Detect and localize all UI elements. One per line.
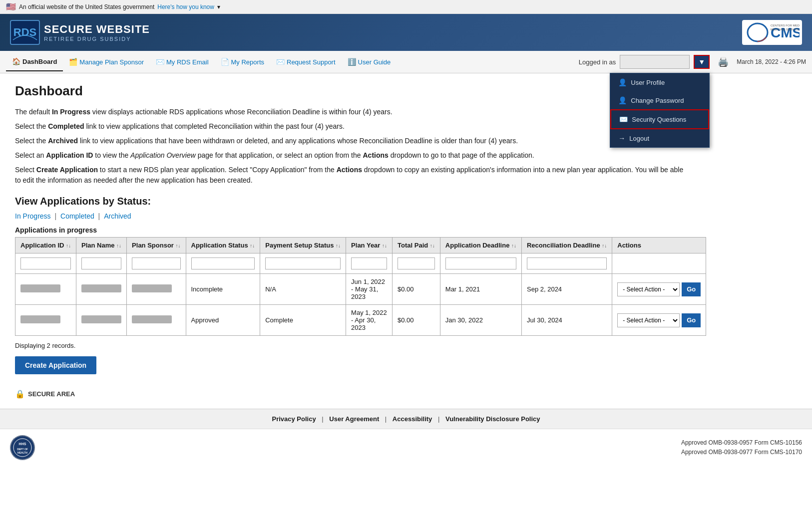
section-title-view-by-status: View Applications by Status: [15,196,684,207]
col-header-payment-status[interactable]: Payment Setup Status ↑↓ [260,238,346,253]
footer-accessibility[interactable]: Accessibility [393,415,432,423]
filter-recon-deadline[interactable] [521,253,612,274]
user-profile-icon: 👤 [618,78,627,86]
manage-icon: 🗂️ [69,58,77,66]
logged-in-input[interactable] [620,55,690,69]
footer-vulnerability-disclosure[interactable]: Vulnerability Disclosure Policy [445,415,540,423]
nav-links: 🏠 DashBoard 🗂️ Manage Plan Sponsor ✉️ My… [6,52,397,71]
footer-privacy-policy[interactable]: Privacy Policy [272,415,316,423]
redacted-plan-sponsor-2 [132,315,172,323]
nav-item-manage-plan-sponsor[interactable]: 🗂️ Manage Plan Sponsor [63,53,150,71]
dropdown-item-security-questions[interactable]: ✉️ Security Questions [610,109,709,129]
logged-in-label: Logged in as [579,58,616,66]
filter-app-status[interactable] [186,253,260,274]
cell-plan-name-2 [76,305,127,336]
status-link-archived[interactable]: Archived [104,212,131,220]
redacted-app-id-1 [20,284,60,292]
svg-text:MEDICAID SERVICES: MEDICAID SERVICES [771,28,800,31]
go-button-2[interactable]: Go [682,313,701,327]
main-content: Dashboard The default In Progress view d… [0,73,699,409]
table-row: Incomplete N/A Jun 1, 2022 - May 31, 202… [15,274,706,305]
svg-text:RDS: RDS [13,26,36,38]
nav-item-rds-email[interactable]: ✉️ My RDS Email [150,53,215,71]
status-link-completed[interactable]: Completed [60,212,94,220]
col-header-recon-deadline[interactable]: Reconciliation Deadline ↑↓ [521,238,612,253]
user-dropdown-button[interactable]: ▼ [694,55,710,69]
col-header-plan-name[interactable]: Plan Name ↑↓ [76,238,127,253]
redacted-plan-name-2 [81,315,121,323]
col-header-total-paid[interactable]: Total Paid ↑↓ [393,238,440,253]
nav-right: Logged in as ▼ 👤 User Profile 👤 Change P… [579,51,806,73]
col-header-app-id[interactable]: Application ID ↑↓ [15,238,76,253]
home-icon: 🏠 [12,57,20,65]
col-header-app-deadline[interactable]: Application Deadline ↑↓ [440,238,521,253]
cell-recon-deadline-2: Jul 30, 2024 [521,305,612,336]
col-header-plan-year[interactable]: Plan Year ↑↓ [346,238,393,253]
col-header-plan-sponsor[interactable]: Plan Sponsor ↑↓ [127,238,186,253]
cell-payment-status-1: N/A [260,274,346,305]
nav-item-dashboard[interactable]: 🏠 DashBoard [6,52,63,71]
print-icon[interactable]: 🖨️ [718,56,729,67]
secure-area: 🔒 SECURE AREA [15,389,684,399]
omb-text: Approved OMB-0938-0957 Form CMS-10156 Ap… [681,438,802,457]
status-link-in-progress[interactable]: In Progress [15,212,51,220]
nav-bar: 🏠 DashBoard 🗂️ Manage Plan Sponsor ✉️ My… [0,51,812,73]
filter-app-id[interactable] [15,253,76,274]
cell-plan-sponsor-2 [127,305,186,336]
cell-plan-year-1: Jun 1, 2022 - May 31, 2023 [346,274,393,305]
email-icon: ✉️ [156,58,164,66]
action-select-1[interactable]: - Select Action - View Application Copy … [617,282,680,296]
footer-user-agreement[interactable]: User Agreement [329,415,379,423]
cms-logo: CMS CENTERS FOR MEDICARE & MEDICAID SERV… [742,20,802,45]
nav-item-request-support[interactable]: ✉️ Request Support [270,53,342,71]
footer-bottom: HHS DEPT OF HEALTH Approved OMB-0938-095… [0,429,812,466]
filter-plan-sponsor[interactable] [127,253,186,274]
applications-table: Application ID ↑↓ Plan Name ↑↓ Plan Spon… [15,237,706,336]
dropdown-item-user-profile[interactable]: 👤 User Profile [610,73,709,91]
cell-total-paid-1: $0.00 [393,274,440,305]
page-title: Dashboard [15,83,684,99]
table-header-row: Application ID ↑↓ Plan Name ↑↓ Plan Spon… [15,238,706,253]
dropdown-item-logout[interactable]: → Logout [610,129,709,147]
cell-plan-sponsor-1 [127,274,186,305]
actions-cell-2: - Select Action - View Application Copy … [617,313,701,327]
change-password-icon: 👤 [618,96,627,104]
security-questions-icon: ✉️ [619,115,628,123]
reports-icon: 📄 [221,58,229,66]
desc-text-5: Select Create Application to start a new… [15,165,684,186]
table-title: Applications in progress [15,226,684,234]
filter-plan-name[interactable] [76,253,127,274]
user-dropdown-container: ▼ 👤 User Profile 👤 Change Password ✉️ Se… [694,55,710,69]
action-select-2[interactable]: - Select Action - View Application Copy … [617,313,680,327]
redacted-plan-sponsor-1 [132,284,172,292]
hhs-seal: HHS DEPT OF HEALTH [10,435,35,460]
gov-banner-text: An official website of the United States… [19,3,154,10]
filter-plan-year[interactable] [346,253,393,274]
header: RDS SECURE WEBSITE RETIREE DRUG SUBSIDY … [0,14,812,51]
cell-total-paid-2: $0.00 [393,305,440,336]
table-row: Approved Complete May 1, 2022 - Apr 30, … [15,305,706,336]
cell-payment-status-2: Complete [260,305,346,336]
dropdown-item-change-password[interactable]: 👤 Change Password [610,91,709,109]
svg-text:HHS: HHS [19,442,26,446]
filter-total-paid[interactable] [393,253,440,274]
gov-banner-link[interactable]: Here's how you know [157,3,214,10]
filter-app-deadline[interactable] [440,253,521,274]
redacted-app-id-2 [20,315,60,323]
svg-text:DEPT OF: DEPT OF [17,448,28,451]
filter-payment-status[interactable] [260,253,346,274]
cell-recon-deadline-1: Sep 2, 2024 [521,274,612,305]
cell-app-id-2 [15,305,76,336]
nav-item-user-guide[interactable]: ℹ️ User Guide [342,53,397,71]
nav-item-my-reports[interactable]: 📄 My Reports [215,53,270,71]
cell-actions-1: - Select Action - View Application Copy … [612,274,706,305]
filter-actions-empty [612,253,706,274]
rds-logo-icon: RDS [10,20,40,45]
col-header-actions: Actions [612,238,706,253]
actions-cell-1: - Select Action - View Application Copy … [617,282,701,296]
col-header-app-status[interactable]: Application Status ↑↓ [186,238,260,253]
support-icon: ✉️ [276,58,285,66]
footer-links: Privacy Policy | User Agreement | Access… [0,409,812,429]
go-button-1[interactable]: Go [682,282,701,296]
create-application-button[interactable]: Create Application [15,356,96,374]
